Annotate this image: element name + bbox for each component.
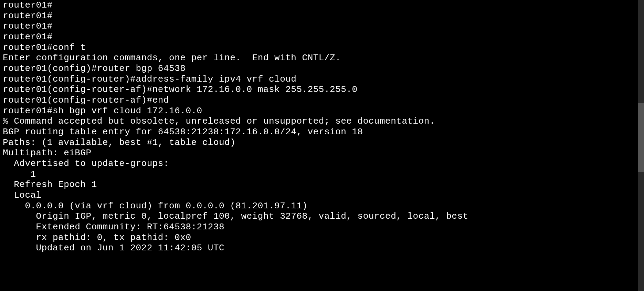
terminal-line: % Command accepted but obsolete, unrelea… bbox=[3, 116, 641, 127]
terminal-line: Multipath: eiBGP bbox=[3, 148, 641, 158]
terminal-line: Refresh Epoch 1 bbox=[3, 179, 641, 190]
terminal-line: router01# bbox=[3, 11, 641, 21]
terminal-line: router01(config-router)#address-family i… bbox=[3, 74, 641, 85]
terminal-line: router01#conf t bbox=[3, 42, 641, 53]
terminal-line: 0.0.0.0 (via vrf cloud) from 0.0.0.0 (81… bbox=[3, 201, 641, 211]
terminal-line: Enter configuration commands, one per li… bbox=[3, 53, 641, 63]
terminal-output[interactable]: router01# router01# router01# router01# … bbox=[3, 0, 641, 253]
terminal-line: router01(config)#router bgp 64538 bbox=[3, 63, 641, 74]
terminal-line: router01#sh bgp vrf cloud 172.16.0.0 bbox=[3, 106, 641, 116]
terminal-line: BGP routing table entry for 64538:21238:… bbox=[3, 127, 641, 137]
terminal-line: 1 bbox=[3, 169, 641, 180]
scrollbar[interactable] bbox=[638, 0, 644, 291]
terminal-line: Local bbox=[3, 190, 641, 201]
terminal-line: router01# bbox=[3, 32, 641, 42]
terminal-line: router01# bbox=[3, 21, 641, 32]
terminal-line: Origin IGP, metric 0, localpref 100, wei… bbox=[3, 211, 641, 222]
terminal-line: router01(config-router-af)#network 172.1… bbox=[3, 84, 641, 95]
terminal-line: rx pathid: 0, tx pathid: 0x0 bbox=[3, 232, 641, 243]
terminal-line: router01(config-router-af)#end bbox=[3, 95, 641, 106]
terminal-line: router01# bbox=[3, 0, 641, 11]
terminal-line: Paths: (1 available, best #1, table clou… bbox=[3, 137, 641, 148]
terminal-line: Updated on Jun 1 2022 11:42:05 UTC bbox=[3, 243, 641, 253]
terminal-line: Advertised to update-groups: bbox=[3, 158, 641, 169]
terminal-line: Extended Community: RT:64538:21238 bbox=[3, 222, 641, 232]
scrollbar-thumb[interactable] bbox=[638, 103, 644, 172]
